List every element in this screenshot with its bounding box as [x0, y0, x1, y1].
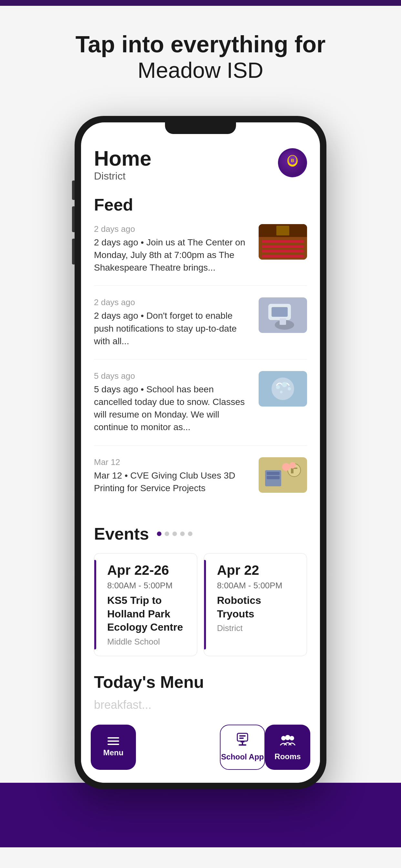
hamburger-icon — [107, 737, 119, 745]
svg-rect-23 — [267, 472, 280, 475]
svg-rect-6 — [262, 245, 304, 248]
svg-point-28 — [282, 463, 290, 471]
dot-2 — [165, 531, 169, 536]
event-name-2: Robotics Tryouts — [212, 594, 299, 621]
event-card-2[interactable]: Apr 22 8:00AM - 5:00PM Robotics Tryouts … — [204, 553, 307, 656]
hero-section: Tap into everything for Meadow ISD — [0, 6, 401, 103]
feed-item[interactable]: 2 days ago 2 days ago • Join us at The C… — [94, 224, 307, 286]
top-bar — [0, 0, 401, 6]
home-subtitle: District — [94, 170, 151, 182]
feed-desc-1: 2 days ago • Join us at The Center on Mo… — [94, 236, 252, 274]
school-app-icon — [235, 733, 250, 749]
feed-text-2: 2 days ago 2 days ago • Don't forget to … — [94, 298, 252, 347]
feed-item[interactable]: 2 days ago 2 days ago • Don't forget to … — [94, 298, 307, 360]
svg-rect-32 — [239, 738, 244, 739]
event-date-1: Apr 22-26 — [102, 562, 189, 578]
svg-rect-14 — [280, 318, 286, 325]
menu-title: Today's Menu — [94, 672, 307, 692]
event-date-2: Apr 22 — [212, 562, 299, 578]
feed-image-4 — [258, 457, 307, 493]
hero-title-line1: Tap into everything for — [13, 32, 388, 57]
nav-rooms-label: Rooms — [274, 752, 301, 761]
nav-menu-label: Menu — [103, 748, 124, 757]
svg-text:B: B — [291, 158, 294, 163]
svg-rect-24 — [267, 476, 280, 479]
feed-item[interactable]: Mar 12 Mar 12 • CVE Giving Club Uses 3D … — [94, 457, 307, 506]
side-buttons — [72, 181, 74, 271]
nav-schoolapp-label: School App — [221, 752, 264, 762]
feed-time-1: 2 days ago — [94, 224, 252, 234]
feed-image-3 — [258, 371, 307, 407]
home-header: Home District B — [94, 148, 307, 182]
school-logo[interactable]: B — [278, 148, 307, 177]
hamburger-line-3 — [107, 744, 119, 745]
feed-section-title: Feed — [94, 195, 307, 214]
rooms-icon — [280, 733, 296, 749]
menu-preview: breakfast... — [94, 698, 307, 712]
menu-section: Today's Menu breakfast... — [81, 672, 320, 712]
school-logo-inner: B — [280, 150, 305, 176]
feed-desc-2: 2 days ago • Don't forget to enable push… — [94, 309, 252, 347]
feed-text-1: 2 days ago 2 days ago • Join us at The C… — [94, 224, 252, 274]
svg-rect-31 — [239, 735, 246, 737]
bottom-nav: Menu School Ap — [81, 718, 320, 783]
hamburger-line-2 — [107, 740, 119, 742]
screen-content: Home District B — [81, 138, 320, 506]
svg-point-38 — [289, 736, 294, 740]
feed-image-1 — [258, 224, 307, 259]
events-section: Events Apr 22-26 8:00AM - 5:00PM K — [81, 518, 320, 656]
hamburger-line-1 — [107, 737, 119, 739]
svg-rect-7 — [262, 250, 304, 252]
feed-item[interactable]: 5 days ago 5 days ago • School has been … — [94, 371, 307, 445]
events-row: Apr 22-26 8:00AM - 5:00PM KS5 Trip to Ho… — [94, 553, 307, 656]
svg-point-19 — [288, 387, 291, 391]
svg-rect-9 — [276, 226, 289, 236]
home-title: Home — [94, 148, 151, 169]
events-title: Events — [94, 524, 149, 544]
home-title-group: Home District — [94, 148, 151, 182]
dot-3 — [173, 531, 177, 536]
dot-5 — [188, 531, 192, 536]
feed-desc-4: Mar 12 • CVE Giving Club Uses 3D Printin… — [94, 469, 252, 494]
nav-schoolapp-button[interactable]: School App — [220, 724, 265, 770]
svg-rect-8 — [262, 255, 304, 257]
feed-time-4: Mar 12 — [94, 457, 252, 467]
feed-text-3: 5 days ago 5 days ago • School has been … — [94, 371, 252, 434]
feed-desc-3: 5 days ago • School has been cancelled t… — [94, 383, 252, 434]
svg-point-18 — [282, 382, 287, 387]
hero-title-line2: Meadow ISD — [13, 57, 388, 84]
event-location-2: District — [212, 623, 299, 633]
svg-point-29 — [289, 462, 296, 469]
svg-rect-12 — [272, 307, 288, 317]
event-time-2: 8:00AM - 5:00PM — [212, 581, 299, 591]
svg-rect-35 — [239, 744, 246, 746]
svg-rect-33 — [241, 741, 244, 742]
bottom-bg — [0, 783, 401, 847]
feed-image-2 — [258, 298, 307, 333]
svg-point-36 — [281, 736, 286, 740]
svg-point-37 — [285, 735, 290, 740]
phone-outer: Home District B — [74, 116, 327, 789]
side-btn-2 — [72, 206, 74, 232]
phone-screen: Home District B — [81, 122, 320, 783]
theater-img — [258, 224, 307, 259]
event-location-1: Middle School — [102, 637, 189, 647]
feed-time-2: 2 days ago — [94, 298, 252, 307]
svg-point-20 — [280, 391, 282, 393]
svg-point-17 — [276, 385, 280, 389]
feed-text-4: Mar 12 Mar 12 • CVE Giving Club Uses 3D … — [94, 457, 252, 494]
nav-rooms-button[interactable]: Rooms — [265, 724, 310, 770]
events-header: Events — [94, 524, 307, 544]
event-time-1: 8:00AM - 5:00PM — [102, 581, 189, 591]
phone-notch — [165, 122, 236, 134]
phone-mockup: Home District B — [74, 116, 327, 789]
svg-rect-30 — [237, 733, 248, 741]
events-dots — [157, 531, 192, 536]
side-btn-3 — [72, 239, 74, 265]
event-name-1: KS5 Trip to Holland Park Ecology Centre — [102, 594, 189, 634]
dot-4 — [180, 531, 185, 536]
nav-menu-button[interactable]: Menu — [91, 724, 136, 770]
event-card-1[interactable]: Apr 22-26 8:00AM - 5:00PM KS5 Trip to Ho… — [94, 553, 197, 656]
svg-rect-5 — [262, 240, 304, 243]
dot-1 — [157, 531, 161, 536]
